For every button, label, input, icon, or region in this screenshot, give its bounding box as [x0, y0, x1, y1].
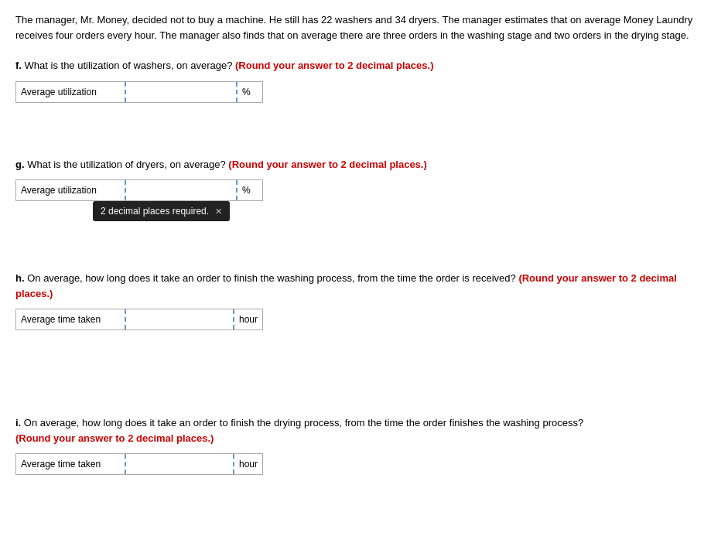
round-note-g: (Round your answer to 2 decimal places.) — [228, 159, 426, 170]
answer-row-i: Average time taken hour — [15, 453, 263, 475]
answer-label-i: Average time taken — [16, 459, 125, 470]
answer-unit-g: % — [238, 185, 262, 196]
question-g-text: g. What is the utilization of dryers, on… — [15, 157, 713, 172]
question-i-label: i. — [15, 417, 21, 429]
answer-row-f: Average utilization % — [15, 81, 263, 103]
question-f-label: f. — [15, 60, 22, 71]
answer-input-g[interactable] — [126, 180, 236, 200]
answer-row-h: Average time taken hour — [15, 309, 263, 330]
intro-paragraph: The manager, Mr. Money, decided not to b… — [15, 12, 713, 43]
answer-input-i[interactable] — [126, 454, 233, 474]
answer-unit-f: % — [238, 87, 262, 97]
tooltip-text-g: 2 decimal places required. — [101, 206, 209, 217]
section-g: g. What is the utilization of dryers, on… — [15, 157, 713, 202]
tooltip-close-g[interactable]: ✕ — [215, 207, 222, 216]
question-g-label: g. — [15, 159, 25, 170]
answer-tooltip-container-g: Average utilization % 2 decimal places r… — [15, 179, 263, 201]
round-note-f: (Round your answer to 2 decimal places.) — [235, 60, 433, 71]
answer-label-h: Average time taken — [16, 314, 125, 325]
question-h-text: h. On average, how long does it take an … — [15, 271, 713, 301]
answer-input-f[interactable] — [126, 82, 236, 102]
section-h: h. On average, how long does it take an … — [15, 271, 713, 330]
question-i-text: i. On average, how long does it take an … — [15, 415, 713, 446]
answer-input-area-h[interactable] — [125, 309, 234, 330]
question-f-body: What is the utilization of washers, on a… — [25, 60, 434, 71]
answer-input-area-i[interactable] — [125, 454, 234, 474]
answer-input-area-g[interactable] — [125, 180, 238, 200]
tooltip-g: 2 decimal places required. ✕ — [93, 201, 230, 221]
answer-row-g: Average utilization % — [15, 179, 263, 201]
intro-text: The manager, Mr. Money, decided not to b… — [15, 14, 692, 41]
section-i: i. On average, how long does it take an … — [15, 415, 713, 475]
section-f: f. What is the utilization of washers, o… — [15, 58, 713, 103]
answer-label-g: Average utilization — [16, 185, 125, 196]
question-f-text: f. What is the utilization of washers, o… — [15, 58, 713, 73]
question-i-body: On average, how long does it take an ord… — [15, 417, 583, 444]
answer-input-area-f[interactable] — [125, 82, 238, 102]
answer-input-h[interactable] — [126, 309, 233, 330]
answer-label-f: Average utilization — [16, 87, 125, 97]
answer-unit-i: hour — [234, 459, 262, 470]
question-h-label: h. — [15, 272, 25, 284]
question-g-body: What is the utilization of dryers, on av… — [27, 159, 427, 170]
answer-unit-h: hour — [234, 314, 262, 325]
round-note-i: (Round your answer to 2 decimal places.) — [15, 432, 214, 444]
question-h-body: On average, how long does it take an ord… — [15, 272, 677, 299]
